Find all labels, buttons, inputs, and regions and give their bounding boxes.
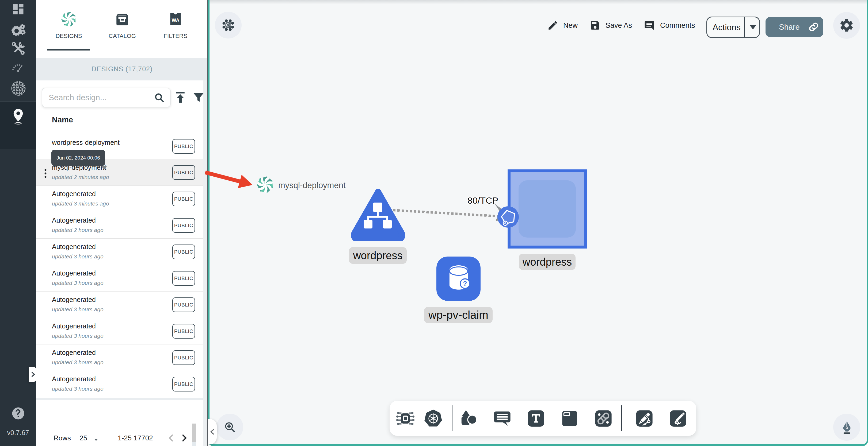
svg-text:?: ? [463,280,467,287]
svg-text:WA: WA [172,18,179,23]
